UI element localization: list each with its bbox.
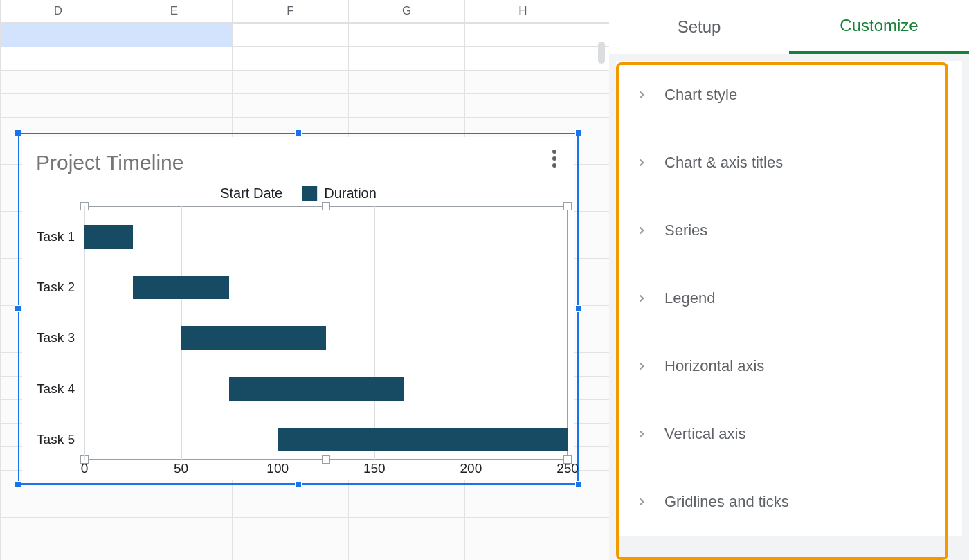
tab-customize[interactable]: Customize <box>789 0 969 54</box>
cell[interactable] <box>349 47 465 71</box>
legend-item-duration[interactable]: Duration <box>302 186 377 201</box>
chevron-right-icon <box>635 496 648 508</box>
plot-resize-handle[interactable] <box>322 202 330 210</box>
cell[interactable] <box>465 47 581 71</box>
bar-task-1[interactable] <box>84 225 133 249</box>
y-tick-label: Task 2 <box>37 280 75 295</box>
cell[interactable] <box>233 24 349 47</box>
chart-editor-sidebar: Setup Customize Chart style Chart & axis… <box>609 0 969 560</box>
more-icon <box>552 163 556 168</box>
chart-legend[interactable]: Start Date Duration <box>220 186 377 201</box>
bar-task-2[interactable] <box>133 276 230 299</box>
section-gridlines-ticks[interactable]: Gridlines and ticks <box>616 468 962 536</box>
resize-handle[interactable] <box>15 305 21 312</box>
resize-handle[interactable] <box>295 129 302 136</box>
column-headers-row: D E F G H <box>0 0 609 24</box>
bar-task-5[interactable] <box>278 428 568 451</box>
section-label: Series <box>664 222 707 240</box>
cell[interactable] <box>116 24 233 47</box>
legend-label: Duration <box>324 186 377 201</box>
section-label: Chart style <box>664 86 737 104</box>
chevron-right-icon <box>635 428 648 440</box>
chevron-right-icon <box>635 360 648 372</box>
bar-task-3[interactable] <box>181 326 326 350</box>
chart-title[interactable]: Project Timeline <box>36 151 183 174</box>
resize-handle[interactable] <box>575 481 582 488</box>
column-header[interactable]: F <box>233 0 349 22</box>
chart-object[interactable]: Project Timeline Start Date Duration <box>18 133 579 485</box>
gridline <box>471 206 471 460</box>
chart-menu-button[interactable] <box>547 150 562 168</box>
resize-handle[interactable] <box>575 129 582 136</box>
column-header[interactable]: E <box>116 0 233 22</box>
resize-handle[interactable] <box>295 481 302 488</box>
resize-handle[interactable] <box>575 305 582 312</box>
sidebar-tabs: Setup Customize <box>609 0 969 54</box>
x-tick-label: 0 <box>81 461 89 476</box>
cell[interactable] <box>349 24 465 47</box>
chevron-right-icon <box>635 292 648 305</box>
chevron-right-icon <box>635 89 648 101</box>
section-horizontal-axis[interactable]: Horizontal axis <box>616 332 962 400</box>
cell[interactable] <box>233 47 349 71</box>
resize-handle[interactable] <box>15 481 21 488</box>
chevron-right-icon <box>635 156 648 169</box>
plot-frame <box>84 206 568 460</box>
y-tick-label: Task 1 <box>37 229 75 244</box>
cell[interactable] <box>116 47 233 71</box>
y-tick-label: Task 4 <box>37 381 75 397</box>
more-icon <box>552 156 556 161</box>
section-label: Horizontal axis <box>664 357 764 375</box>
more-icon <box>552 150 556 154</box>
bar-task-4[interactable] <box>229 377 403 401</box>
column-header[interactable]: H <box>465 0 581 22</box>
cell[interactable] <box>465 24 581 47</box>
cell[interactable] <box>0 24 116 47</box>
x-tick-label: 250 <box>556 461 579 476</box>
x-tick-label: 200 <box>460 461 482 476</box>
gridline <box>374 206 375 460</box>
row[interactable] <box>0 47 609 71</box>
active-row[interactable] <box>0 24 609 47</box>
section-legend[interactable]: Legend <box>616 264 962 332</box>
section-vertical-axis[interactable]: Vertical axis <box>616 400 962 468</box>
chevron-right-icon <box>635 224 648 237</box>
chart-card[interactable]: Project Timeline Start Date Duration <box>22 137 574 480</box>
spreadsheet-grid[interactable]: D E F G H <box>0 0 609 560</box>
y-tick-label: Task 5 <box>37 432 75 447</box>
customize-panel: Chart style Chart & axis titles Series L… <box>609 54 969 560</box>
x-tick-label: 50 <box>174 461 188 476</box>
cell[interactable] <box>0 47 116 71</box>
x-tick-label: 150 <box>363 461 386 476</box>
y-axis: Task 1 Task 2 Task 3 Task 4 Task 5 <box>22 206 82 460</box>
tab-setup[interactable]: Setup <box>609 0 789 54</box>
section-chart-style[interactable]: Chart style <box>616 61 962 129</box>
section-series[interactable]: Series <box>616 197 962 264</box>
section-chart-axis-titles[interactable]: Chart & axis titles <box>616 129 962 197</box>
plot-area[interactable] <box>84 206 568 460</box>
section-label: Legend <box>664 289 715 307</box>
legend-item-start-date[interactable]: Start Date <box>220 186 282 201</box>
resize-handle[interactable] <box>15 129 21 136</box>
y-tick-label: Task 3 <box>37 330 75 345</box>
section-label: Vertical axis <box>664 425 745 443</box>
gridline <box>568 206 568 460</box>
section-label: Gridlines and ticks <box>664 493 789 511</box>
legend-swatch-icon <box>302 186 317 201</box>
column-header[interactable]: D <box>0 0 116 22</box>
x-axis: 0 50 100 150 200 250 <box>84 461 568 478</box>
legend-label: Start Date <box>220 186 282 201</box>
customize-accordion: Chart style Chart & axis titles Series L… <box>616 61 962 536</box>
scrollbar-thumb[interactable] <box>598 42 605 64</box>
section-label: Chart & axis titles <box>664 154 783 172</box>
x-tick-label: 100 <box>266 461 289 476</box>
column-header[interactable]: G <box>349 0 465 22</box>
